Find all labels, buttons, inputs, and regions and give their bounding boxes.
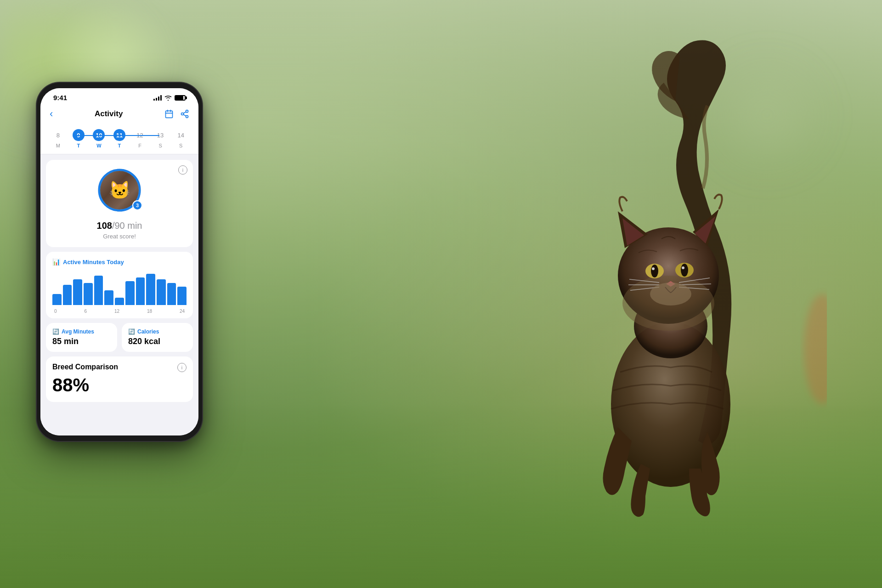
nav-bar: ‹ Activity — [40, 104, 198, 124]
chart-x-labels: 0 6 12 18 24 — [52, 309, 187, 314]
calories-header: 🔄 Calories — [128, 328, 187, 335]
bar-column — [146, 270, 155, 305]
date-item-thu[interactable]: 11 T — [113, 129, 125, 148]
calendar-icon[interactable] — [164, 109, 174, 119]
breed-percentage: 88% — [52, 375, 187, 396]
bar-column — [167, 270, 176, 305]
chart-title: 📊 Active Minutes Today — [52, 258, 187, 266]
flame-icon: 🔄 — [128, 328, 135, 335]
clock-icon: 🔄 — [52, 328, 59, 335]
svg-line-26 — [183, 112, 186, 113]
page-title: Activity — [95, 109, 123, 119]
score-badge: 3 — [132, 200, 142, 210]
score-card: i 🐱 3 — [46, 160, 193, 247]
score-info-button[interactable]: i — [178, 165, 187, 175]
chart-label-6: 6 — [84, 309, 87, 314]
svg-line-25 — [183, 114, 186, 116]
bar-column — [73, 270, 82, 305]
bar-column — [177, 270, 187, 305]
battery-icon — [175, 95, 186, 101]
score-label: Great score! — [103, 233, 136, 240]
stats-row: 🔄 Avg Minutes 85 min 🔄 Calories 820 kcal — [46, 323, 193, 352]
svg-point-16 — [650, 283, 691, 305]
date-item-fri[interactable]: 12 F — [134, 129, 146, 148]
date-connector-line — [76, 135, 159, 136]
avg-minutes-value: 85 min — [52, 337, 111, 346]
date-day-w: W — [96, 143, 101, 148]
share-icon[interactable] — [180, 109, 189, 119]
bar — [84, 283, 93, 305]
bar-column — [136, 270, 145, 305]
date-num-8: 8 — [52, 129, 64, 141]
nav-actions — [164, 109, 189, 119]
bar-chart — [52, 270, 187, 307]
chart-label-12: 12 — [114, 309, 119, 314]
date-item-sat[interactable]: 13 S — [154, 129, 166, 148]
bar — [125, 281, 135, 305]
date-item-tue[interactable]: 9 T — [73, 129, 85, 148]
app-content: i 🐱 3 — [40, 154, 198, 435]
bar-column — [63, 270, 72, 305]
date-item-mon[interactable]: 8 M — [52, 129, 64, 148]
bar-column — [52, 270, 62, 305]
chart-label-0: 0 — [54, 309, 57, 314]
score-value: 108/90 min — [97, 218, 142, 232]
breed-comparison-card: Breed Comparison i 88% — [46, 356, 193, 402]
date-day-s2: S — [179, 143, 182, 148]
bar — [63, 285, 72, 305]
date-num-14: 14 — [175, 129, 187, 141]
bar — [167, 283, 176, 305]
signal-icon — [153, 95, 162, 101]
breed-title: Breed Comparison — [52, 363, 118, 371]
bar — [94, 276, 103, 305]
svg-point-17 — [804, 294, 827, 404]
bar-chart-icon: 📊 — [52, 258, 60, 266]
bar — [136, 277, 145, 305]
bar-column — [104, 270, 113, 305]
date-item-sun[interactable]: 14 S — [175, 129, 187, 148]
bar — [115, 298, 124, 305]
bar — [104, 290, 113, 305]
date-strip: 8 M 9 T 10 W 11 T — [40, 124, 198, 154]
date-item-wed[interactable]: 10 W — [93, 129, 105, 148]
status-bar: 9:41 — [40, 88, 198, 104]
activity-chart-card: 📊 Active Minutes Today 0 6 12 18 24 — [46, 252, 193, 318]
calories-value: 820 kcal — [128, 337, 187, 346]
back-button[interactable]: ‹ — [50, 108, 53, 120]
battery-fill — [175, 96, 183, 100]
svg-point-6 — [652, 267, 655, 270]
phone-screen: 9:41 — [40, 88, 198, 435]
bar — [73, 279, 82, 305]
bar-column — [125, 270, 135, 305]
status-time: 9:41 — [53, 94, 67, 102]
bar-column — [157, 270, 166, 305]
date-day-m: M — [56, 143, 60, 148]
wifi-icon — [164, 95, 172, 101]
breed-info-button[interactable]: i — [177, 363, 187, 372]
bar-column — [115, 270, 124, 305]
phone-device: 9:41 — [37, 83, 211, 565]
bar — [52, 294, 62, 305]
date-day-t1: T — [77, 143, 80, 148]
chart-label-18: 18 — [147, 309, 152, 314]
bar — [177, 287, 187, 305]
avg-minutes-card: 🔄 Avg Minutes 85 min — [46, 323, 117, 352]
svg-point-9 — [682, 266, 684, 269]
avatar-ring: 🐱 3 — [96, 167, 142, 213]
bar — [146, 274, 155, 305]
bar — [157, 279, 166, 305]
bar-column — [94, 270, 103, 305]
svg-point-5 — [651, 265, 658, 277]
status-icons — [153, 95, 186, 101]
svg-point-8 — [681, 264, 688, 277]
cat-illustration — [528, 28, 827, 556]
svg-rect-18 — [166, 111, 173, 118]
cat-emoji: 🐱 — [109, 180, 130, 200]
avg-minutes-header: 🔄 Avg Minutes — [52, 328, 111, 335]
date-day-t2: T — [118, 143, 121, 148]
date-day-f: F — [138, 143, 141, 148]
chart-label-24: 24 — [180, 309, 185, 314]
calories-card: 🔄 Calories 820 kcal — [122, 323, 193, 352]
phone-shell: 9:41 — [37, 83, 202, 441]
date-day-s1: S — [158, 143, 162, 148]
